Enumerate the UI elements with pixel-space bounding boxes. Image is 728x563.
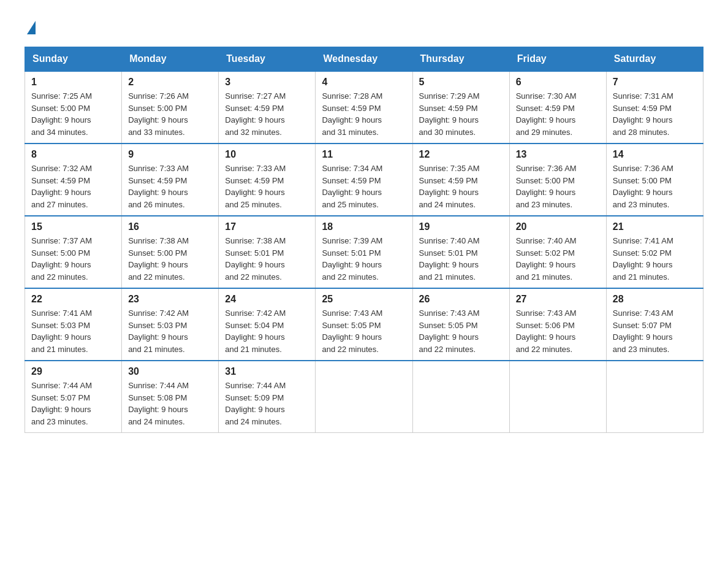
day-cell-21: 21 Sunrise: 7:41 AM Sunset: 5:02 PM Dayl… xyxy=(606,216,703,288)
day-cell-4: 4 Sunrise: 7:28 AM Sunset: 4:59 PM Dayli… xyxy=(316,71,412,144)
empty-cell xyxy=(412,361,509,433)
day-number: 28 xyxy=(613,294,697,305)
week-row-4: 22 Sunrise: 7:41 AM Sunset: 5:03 PM Dayl… xyxy=(25,288,703,361)
day-info: Sunrise: 7:25 AM Sunset: 5:00 PM Dayligh… xyxy=(31,90,115,138)
day-info: Sunrise: 7:43 AM Sunset: 5:05 PM Dayligh… xyxy=(322,307,406,355)
header-friday: Friday xyxy=(509,47,606,72)
day-cell-12: 12 Sunrise: 7:35 AM Sunset: 4:59 PM Dayl… xyxy=(412,144,509,216)
day-cell-18: 18 Sunrise: 7:39 AM Sunset: 5:01 PM Dayl… xyxy=(316,216,412,288)
day-number: 14 xyxy=(613,149,697,160)
day-cell-23: 23 Sunrise: 7:42 AM Sunset: 5:03 PM Dayl… xyxy=(122,288,219,361)
day-info: Sunrise: 7:40 AM Sunset: 5:02 PM Dayligh… xyxy=(516,235,600,283)
day-number: 19 xyxy=(419,221,503,232)
week-row-5: 29 Sunrise: 7:44 AM Sunset: 5:07 PM Dayl… xyxy=(25,361,703,433)
day-info: Sunrise: 7:41 AM Sunset: 5:02 PM Dayligh… xyxy=(613,235,697,283)
day-info: Sunrise: 7:44 AM Sunset: 5:07 PM Dayligh… xyxy=(31,380,115,427)
day-info: Sunrise: 7:35 AM Sunset: 4:59 PM Dayligh… xyxy=(419,163,503,210)
day-info: Sunrise: 7:26 AM Sunset: 5:00 PM Dayligh… xyxy=(128,90,212,138)
week-row-1: 1 Sunrise: 7:25 AM Sunset: 5:00 PM Dayli… xyxy=(25,71,703,144)
day-cell-16: 16 Sunrise: 7:38 AM Sunset: 5:00 PM Dayl… xyxy=(122,216,219,288)
day-cell-2: 2 Sunrise: 7:26 AM Sunset: 5:00 PM Dayli… xyxy=(122,71,219,144)
day-cell-3: 3 Sunrise: 7:27 AM Sunset: 4:59 PM Dayli… xyxy=(219,71,316,144)
day-cell-1: 1 Sunrise: 7:25 AM Sunset: 5:00 PM Dayli… xyxy=(25,71,122,144)
day-info: Sunrise: 7:43 AM Sunset: 5:07 PM Dayligh… xyxy=(613,307,697,355)
day-cell-13: 13 Sunrise: 7:36 AM Sunset: 5:00 PM Dayl… xyxy=(509,144,606,216)
header-sunday: Sunday xyxy=(25,47,122,72)
day-info: Sunrise: 7:44 AM Sunset: 5:08 PM Dayligh… xyxy=(128,380,212,427)
header-monday: Monday xyxy=(122,47,219,72)
day-cell-10: 10 Sunrise: 7:33 AM Sunset: 4:59 PM Dayl… xyxy=(219,144,316,216)
day-info: Sunrise: 7:33 AM Sunset: 4:59 PM Dayligh… xyxy=(128,163,212,210)
day-number: 25 xyxy=(322,294,406,305)
day-info: Sunrise: 7:29 AM Sunset: 4:59 PM Dayligh… xyxy=(419,90,503,138)
header-thursday: Thursday xyxy=(412,47,509,72)
day-info: Sunrise: 7:38 AM Sunset: 5:01 PM Dayligh… xyxy=(225,235,309,283)
day-cell-9: 9 Sunrise: 7:33 AM Sunset: 4:59 PM Dayli… xyxy=(122,144,219,216)
day-cell-6: 6 Sunrise: 7:30 AM Sunset: 4:59 PM Dayli… xyxy=(509,71,606,144)
day-cell-5: 5 Sunrise: 7:29 AM Sunset: 4:59 PM Dayli… xyxy=(412,71,509,144)
day-number: 23 xyxy=(128,294,212,305)
day-cell-7: 7 Sunrise: 7:31 AM Sunset: 4:59 PM Dayli… xyxy=(606,71,703,144)
day-info: Sunrise: 7:31 AM Sunset: 4:59 PM Dayligh… xyxy=(613,90,697,138)
day-info: Sunrise: 7:36 AM Sunset: 5:00 PM Dayligh… xyxy=(613,163,697,210)
day-info: Sunrise: 7:43 AM Sunset: 5:06 PM Dayligh… xyxy=(516,307,600,355)
day-cell-19: 19 Sunrise: 7:40 AM Sunset: 5:01 PM Dayl… xyxy=(412,216,509,288)
day-number: 30 xyxy=(128,366,212,377)
day-number: 31 xyxy=(225,366,309,377)
day-info: Sunrise: 7:30 AM Sunset: 4:59 PM Dayligh… xyxy=(516,90,600,138)
day-cell-24: 24 Sunrise: 7:42 AM Sunset: 5:04 PM Dayl… xyxy=(219,288,316,361)
day-info: Sunrise: 7:36 AM Sunset: 5:00 PM Dayligh… xyxy=(516,163,600,210)
header-saturday: Saturday xyxy=(606,47,703,72)
day-number: 3 xyxy=(225,77,309,88)
day-number: 20 xyxy=(516,221,600,232)
day-info: Sunrise: 7:44 AM Sunset: 5:09 PM Dayligh… xyxy=(225,380,309,427)
header-wednesday: Wednesday xyxy=(316,47,412,72)
day-info: Sunrise: 7:32 AM Sunset: 4:59 PM Dayligh… xyxy=(31,163,115,210)
day-number: 10 xyxy=(225,149,309,160)
day-cell-31: 31 Sunrise: 7:44 AM Sunset: 5:09 PM Dayl… xyxy=(219,361,316,433)
day-cell-26: 26 Sunrise: 7:43 AM Sunset: 5:05 PM Dayl… xyxy=(412,288,509,361)
day-number: 13 xyxy=(516,149,600,160)
day-number: 26 xyxy=(419,294,503,305)
day-number: 4 xyxy=(322,77,406,88)
day-cell-30: 30 Sunrise: 7:44 AM Sunset: 5:08 PM Dayl… xyxy=(122,361,219,433)
calendar-table: SundayMondayTuesdayWednesdayThursdayFrid… xyxy=(25,47,703,433)
day-number: 12 xyxy=(419,149,503,160)
week-row-3: 15 Sunrise: 7:37 AM Sunset: 5:00 PM Dayl… xyxy=(25,216,703,288)
day-number: 27 xyxy=(516,294,600,305)
day-number: 29 xyxy=(31,366,115,377)
day-cell-22: 22 Sunrise: 7:41 AM Sunset: 5:03 PM Dayl… xyxy=(25,288,122,361)
day-info: Sunrise: 7:40 AM Sunset: 5:01 PM Dayligh… xyxy=(419,235,503,283)
empty-cell xyxy=(606,361,703,433)
day-number: 15 xyxy=(31,221,115,232)
day-number: 17 xyxy=(225,221,309,232)
day-cell-27: 27 Sunrise: 7:43 AM Sunset: 5:06 PM Dayl… xyxy=(509,288,606,361)
day-info: Sunrise: 7:43 AM Sunset: 5:05 PM Dayligh… xyxy=(419,307,503,355)
day-number: 5 xyxy=(419,77,503,88)
day-cell-28: 28 Sunrise: 7:43 AM Sunset: 5:07 PM Dayl… xyxy=(606,288,703,361)
day-cell-8: 8 Sunrise: 7:32 AM Sunset: 4:59 PM Dayli… xyxy=(25,144,122,216)
empty-cell xyxy=(316,361,412,433)
header-row: SundayMondayTuesdayWednesdayThursdayFrid… xyxy=(25,47,703,72)
day-number: 16 xyxy=(128,221,212,232)
day-info: Sunrise: 7:28 AM Sunset: 4:59 PM Dayligh… xyxy=(322,90,406,138)
day-cell-20: 20 Sunrise: 7:40 AM Sunset: 5:02 PM Dayl… xyxy=(509,216,606,288)
day-info: Sunrise: 7:27 AM Sunset: 4:59 PM Dayligh… xyxy=(225,90,309,138)
logo xyxy=(25,18,36,34)
day-number: 22 xyxy=(31,294,115,305)
header-tuesday: Tuesday xyxy=(219,47,316,72)
day-cell-15: 15 Sunrise: 7:37 AM Sunset: 5:00 PM Dayl… xyxy=(25,216,122,288)
day-info: Sunrise: 7:37 AM Sunset: 5:00 PM Dayligh… xyxy=(31,235,115,283)
day-number: 7 xyxy=(613,77,697,88)
empty-cell xyxy=(509,361,606,433)
day-cell-11: 11 Sunrise: 7:34 AM Sunset: 4:59 PM Dayl… xyxy=(316,144,412,216)
day-cell-29: 29 Sunrise: 7:44 AM Sunset: 5:07 PM Dayl… xyxy=(25,361,122,433)
day-cell-14: 14 Sunrise: 7:36 AM Sunset: 5:00 PM Dayl… xyxy=(606,144,703,216)
day-cell-25: 25 Sunrise: 7:43 AM Sunset: 5:05 PM Dayl… xyxy=(316,288,412,361)
page-header xyxy=(25,18,703,34)
day-number: 1 xyxy=(31,77,115,88)
day-info: Sunrise: 7:38 AM Sunset: 5:00 PM Dayligh… xyxy=(128,235,212,283)
day-number: 11 xyxy=(322,149,406,160)
day-number: 2 xyxy=(128,77,212,88)
day-info: Sunrise: 7:42 AM Sunset: 5:04 PM Dayligh… xyxy=(225,307,309,355)
